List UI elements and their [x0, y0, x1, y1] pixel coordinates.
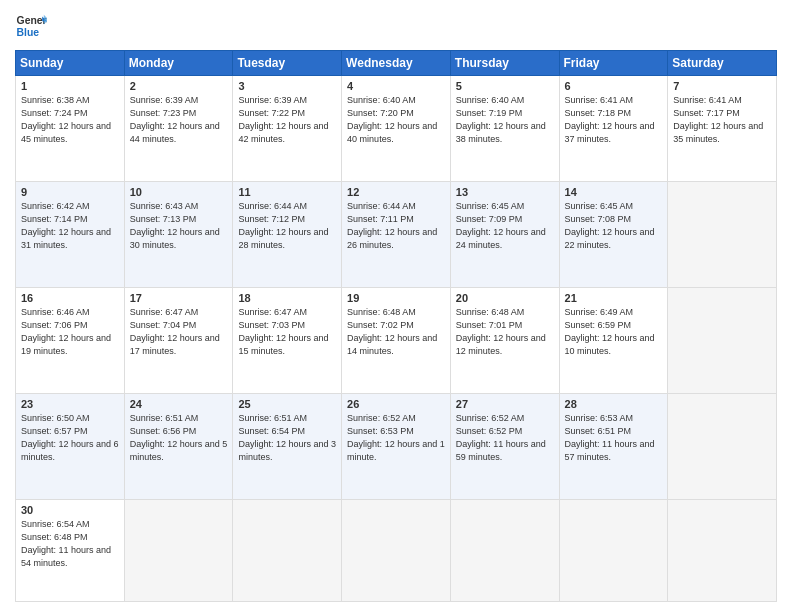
day-info: Sunrise: 6:48 AMSunset: 7:01 PMDaylight:…	[456, 306, 554, 358]
calendar-cell: 20Sunrise: 6:48 AMSunset: 7:01 PMDayligh…	[450, 287, 559, 393]
day-header-saturday: Saturday	[668, 51, 777, 76]
day-number: 25	[238, 398, 336, 410]
calendar-cell: 21Sunrise: 6:49 AMSunset: 6:59 PMDayligh…	[559, 287, 668, 393]
calendar-cell: 4Sunrise: 6:40 AMSunset: 7:20 PMDaylight…	[342, 76, 451, 182]
day-info: Sunrise: 6:51 AMSunset: 6:54 PMDaylight:…	[238, 412, 336, 464]
day-header-monday: Monday	[124, 51, 233, 76]
day-info: Sunrise: 6:45 AMSunset: 7:09 PMDaylight:…	[456, 200, 554, 252]
calendar-cell	[342, 499, 451, 601]
page: General Blue SundayMondayTuesdayWednesda…	[0, 0, 792, 612]
calendar-cell: 11Sunrise: 6:44 AMSunset: 7:12 PMDayligh…	[233, 181, 342, 287]
day-info: Sunrise: 6:41 AMSunset: 7:17 PMDaylight:…	[673, 94, 771, 146]
day-number: 5	[456, 80, 554, 92]
calendar-cell	[668, 181, 777, 287]
day-number: 3	[238, 80, 336, 92]
day-info: Sunrise: 6:38 AMSunset: 7:24 PMDaylight:…	[21, 94, 119, 146]
day-header-tuesday: Tuesday	[233, 51, 342, 76]
calendar-cell: 28Sunrise: 6:53 AMSunset: 6:51 PMDayligh…	[559, 393, 668, 499]
header: General Blue	[15, 10, 777, 42]
day-info: Sunrise: 6:41 AMSunset: 7:18 PMDaylight:…	[565, 94, 663, 146]
day-number: 26	[347, 398, 445, 410]
day-info: Sunrise: 6:54 AMSunset: 6:48 PMDaylight:…	[21, 518, 119, 570]
calendar-cell: 17Sunrise: 6:47 AMSunset: 7:04 PMDayligh…	[124, 287, 233, 393]
day-number: 1	[21, 80, 119, 92]
calendar-cell: 23Sunrise: 6:50 AMSunset: 6:57 PMDayligh…	[16, 393, 125, 499]
day-header-sunday: Sunday	[16, 51, 125, 76]
calendar-cell: 9Sunrise: 6:42 AMSunset: 7:14 PMDaylight…	[16, 181, 125, 287]
calendar-cell: 12Sunrise: 6:44 AMSunset: 7:11 PMDayligh…	[342, 181, 451, 287]
calendar-cell: 27Sunrise: 6:52 AMSunset: 6:52 PMDayligh…	[450, 393, 559, 499]
day-number: 21	[565, 292, 663, 304]
day-number: 20	[456, 292, 554, 304]
day-number: 9	[21, 186, 119, 198]
day-info: Sunrise: 6:53 AMSunset: 6:51 PMDaylight:…	[565, 412, 663, 464]
logo-icon: General Blue	[15, 10, 47, 42]
day-info: Sunrise: 6:47 AMSunset: 7:03 PMDaylight:…	[238, 306, 336, 358]
calendar-cell: 19Sunrise: 6:48 AMSunset: 7:02 PMDayligh…	[342, 287, 451, 393]
calendar-table: SundayMondayTuesdayWednesdayThursdayFrid…	[15, 50, 777, 602]
svg-text:Blue: Blue	[17, 27, 40, 38]
calendar-cell: 3Sunrise: 6:39 AMSunset: 7:22 PMDaylight…	[233, 76, 342, 182]
day-number: 10	[130, 186, 228, 198]
day-number: 4	[347, 80, 445, 92]
calendar-cell: 30Sunrise: 6:54 AMSunset: 6:48 PMDayligh…	[16, 499, 125, 601]
calendar-cell: 5Sunrise: 6:40 AMSunset: 7:19 PMDaylight…	[450, 76, 559, 182]
day-header-wednesday: Wednesday	[342, 51, 451, 76]
calendar-cell	[668, 393, 777, 499]
day-info: Sunrise: 6:50 AMSunset: 6:57 PMDaylight:…	[21, 412, 119, 464]
day-number: 11	[238, 186, 336, 198]
day-number: 27	[456, 398, 554, 410]
day-number: 7	[673, 80, 771, 92]
calendar-cell: 25Sunrise: 6:51 AMSunset: 6:54 PMDayligh…	[233, 393, 342, 499]
calendar-header-row: SundayMondayTuesdayWednesdayThursdayFrid…	[16, 51, 777, 76]
day-info: Sunrise: 6:42 AMSunset: 7:14 PMDaylight:…	[21, 200, 119, 252]
day-info: Sunrise: 6:39 AMSunset: 7:23 PMDaylight:…	[130, 94, 228, 146]
day-number: 19	[347, 292, 445, 304]
day-header-friday: Friday	[559, 51, 668, 76]
day-info: Sunrise: 6:44 AMSunset: 7:12 PMDaylight:…	[238, 200, 336, 252]
day-info: Sunrise: 6:52 AMSunset: 6:53 PMDaylight:…	[347, 412, 445, 464]
calendar-cell: 13Sunrise: 6:45 AMSunset: 7:09 PMDayligh…	[450, 181, 559, 287]
day-info: Sunrise: 6:51 AMSunset: 6:56 PMDaylight:…	[130, 412, 228, 464]
day-info: Sunrise: 6:45 AMSunset: 7:08 PMDaylight:…	[565, 200, 663, 252]
day-info: Sunrise: 6:40 AMSunset: 7:20 PMDaylight:…	[347, 94, 445, 146]
day-number: 24	[130, 398, 228, 410]
day-number: 17	[130, 292, 228, 304]
logo: General Blue	[15, 10, 51, 42]
day-number: 18	[238, 292, 336, 304]
calendar-cell	[668, 499, 777, 601]
day-info: Sunrise: 6:43 AMSunset: 7:13 PMDaylight:…	[130, 200, 228, 252]
day-info: Sunrise: 6:49 AMSunset: 6:59 PMDaylight:…	[565, 306, 663, 358]
calendar-cell: 24Sunrise: 6:51 AMSunset: 6:56 PMDayligh…	[124, 393, 233, 499]
calendar-cell: 10Sunrise: 6:43 AMSunset: 7:13 PMDayligh…	[124, 181, 233, 287]
calendar-cell	[668, 287, 777, 393]
day-number: 23	[21, 398, 119, 410]
day-info: Sunrise: 6:47 AMSunset: 7:04 PMDaylight:…	[130, 306, 228, 358]
day-info: Sunrise: 6:40 AMSunset: 7:19 PMDaylight:…	[456, 94, 554, 146]
calendar-cell: 7Sunrise: 6:41 AMSunset: 7:17 PMDaylight…	[668, 76, 777, 182]
calendar-cell	[233, 499, 342, 601]
calendar-cell: 26Sunrise: 6:52 AMSunset: 6:53 PMDayligh…	[342, 393, 451, 499]
calendar-cell	[559, 499, 668, 601]
day-number: 6	[565, 80, 663, 92]
calendar-cell: 16Sunrise: 6:46 AMSunset: 7:06 PMDayligh…	[16, 287, 125, 393]
day-number: 13	[456, 186, 554, 198]
day-number: 12	[347, 186, 445, 198]
day-info: Sunrise: 6:39 AMSunset: 7:22 PMDaylight:…	[238, 94, 336, 146]
day-number: 28	[565, 398, 663, 410]
day-number: 2	[130, 80, 228, 92]
day-info: Sunrise: 6:48 AMSunset: 7:02 PMDaylight:…	[347, 306, 445, 358]
calendar-cell: 2Sunrise: 6:39 AMSunset: 7:23 PMDaylight…	[124, 76, 233, 182]
day-number: 14	[565, 186, 663, 198]
day-number: 30	[21, 504, 119, 516]
day-info: Sunrise: 6:52 AMSunset: 6:52 PMDaylight:…	[456, 412, 554, 464]
calendar-cell: 14Sunrise: 6:45 AMSunset: 7:08 PMDayligh…	[559, 181, 668, 287]
day-info: Sunrise: 6:44 AMSunset: 7:11 PMDaylight:…	[347, 200, 445, 252]
calendar-cell: 6Sunrise: 6:41 AMSunset: 7:18 PMDaylight…	[559, 76, 668, 182]
day-number: 16	[21, 292, 119, 304]
day-info: Sunrise: 6:46 AMSunset: 7:06 PMDaylight:…	[21, 306, 119, 358]
calendar-cell: 18Sunrise: 6:47 AMSunset: 7:03 PMDayligh…	[233, 287, 342, 393]
day-header-thursday: Thursday	[450, 51, 559, 76]
calendar-cell	[124, 499, 233, 601]
calendar-cell	[450, 499, 559, 601]
